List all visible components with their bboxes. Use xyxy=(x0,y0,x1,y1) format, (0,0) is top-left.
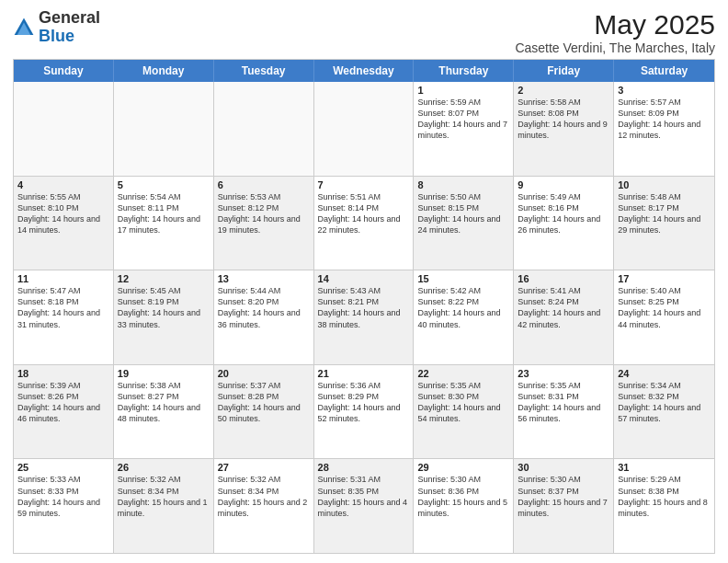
calendar-cell: 18Sunrise: 5:39 AM Sunset: 8:26 PM Dayli… xyxy=(14,365,114,459)
calendar-cell xyxy=(314,82,415,176)
cell-text: Sunrise: 5:38 AM Sunset: 8:27 PM Dayligh… xyxy=(118,380,210,425)
cell-text: Sunrise: 5:44 AM Sunset: 8:20 PM Dayligh… xyxy=(218,285,310,330)
calendar-cell: 21Sunrise: 5:36 AM Sunset: 8:29 PM Dayli… xyxy=(314,365,415,459)
cell-text: Sunrise: 5:45 AM Sunset: 8:19 PM Dayligh… xyxy=(118,285,210,330)
calendar-header-day: Friday xyxy=(514,60,614,82)
day-number: 9 xyxy=(518,179,609,190)
day-number: 28 xyxy=(318,462,410,473)
calendar-cell: 2Sunrise: 5:58 AM Sunset: 8:08 PM Daylig… xyxy=(514,82,614,176)
calendar-cell: 29Sunrise: 5:30 AM Sunset: 8:36 PM Dayli… xyxy=(414,459,514,553)
calendar-cell: 6Sunrise: 5:53 AM Sunset: 8:12 PM Daylig… xyxy=(214,177,314,270)
day-number: 23 xyxy=(518,368,609,379)
day-number: 15 xyxy=(417,273,509,284)
calendar-cell: 11Sunrise: 5:47 AM Sunset: 8:18 PM Dayli… xyxy=(14,270,114,364)
day-number: 20 xyxy=(218,368,310,379)
calendar-cell: 5Sunrise: 5:54 AM Sunset: 8:11 PM Daylig… xyxy=(114,177,214,270)
day-number: 10 xyxy=(618,179,711,190)
calendar-cell: 17Sunrise: 5:40 AM Sunset: 8:25 PM Dayli… xyxy=(614,270,714,364)
calendar-cell: 30Sunrise: 5:30 AM Sunset: 8:37 PM Dayli… xyxy=(514,459,614,553)
day-number: 8 xyxy=(417,179,509,190)
calendar-row: 18Sunrise: 5:39 AM Sunset: 8:26 PM Dayli… xyxy=(14,365,714,460)
day-number: 12 xyxy=(118,273,210,284)
logo-blue-text: Blue xyxy=(39,27,74,45)
calendar-row: 11Sunrise: 5:47 AM Sunset: 8:18 PM Dayli… xyxy=(14,270,714,365)
calendar-cell: 1Sunrise: 5:59 AM Sunset: 8:07 PM Daylig… xyxy=(414,82,514,176)
calendar-cell: 24Sunrise: 5:34 AM Sunset: 8:32 PM Dayli… xyxy=(614,365,714,459)
calendar-row: 25Sunrise: 5:33 AM Sunset: 8:33 PM Dayli… xyxy=(14,459,714,553)
calendar-cell: 28Sunrise: 5:31 AM Sunset: 8:35 PM Dayli… xyxy=(314,459,415,553)
cell-text: Sunrise: 5:34 AM Sunset: 8:32 PM Dayligh… xyxy=(618,380,711,425)
calendar-cell xyxy=(214,82,314,176)
cell-text: Sunrise: 5:43 AM Sunset: 8:21 PM Dayligh… xyxy=(318,285,410,330)
cell-text: Sunrise: 5:41 AM Sunset: 8:24 PM Dayligh… xyxy=(518,285,609,330)
cell-text: Sunrise: 5:49 AM Sunset: 8:16 PM Dayligh… xyxy=(518,191,609,236)
cell-text: Sunrise: 5:40 AM Sunset: 8:25 PM Dayligh… xyxy=(618,285,711,330)
cell-text: Sunrise: 5:51 AM Sunset: 8:14 PM Dayligh… xyxy=(318,191,410,236)
cell-text: Sunrise: 5:58 AM Sunset: 8:08 PM Dayligh… xyxy=(518,97,609,142)
cell-text: Sunrise: 5:39 AM Sunset: 8:26 PM Dayligh… xyxy=(17,380,109,425)
header: General Blue May 2025 Casette Verdini, T… xyxy=(13,9,715,55)
calendar-cell xyxy=(14,82,114,176)
cell-text: Sunrise: 5:48 AM Sunset: 8:17 PM Dayligh… xyxy=(618,191,711,236)
calendar-header-day: Tuesday xyxy=(214,60,314,82)
day-number: 30 xyxy=(518,462,609,473)
cell-text: Sunrise: 5:36 AM Sunset: 8:29 PM Dayligh… xyxy=(318,380,410,425)
calendar-header-row: SundayMondayTuesdayWednesdayThursdayFrid… xyxy=(14,60,714,82)
logo-general-text: General xyxy=(39,8,100,27)
logo: General Blue xyxy=(13,9,100,46)
calendar-cell: 20Sunrise: 5:37 AM Sunset: 8:28 PM Dayli… xyxy=(214,365,314,459)
day-number: 26 xyxy=(118,462,210,473)
cell-text: Sunrise: 5:30 AM Sunset: 8:37 PM Dayligh… xyxy=(518,474,609,519)
calendar-header-day: Thursday xyxy=(414,60,514,82)
calendar-cell: 15Sunrise: 5:42 AM Sunset: 8:22 PM Dayli… xyxy=(414,270,514,364)
calendar: SundayMondayTuesdayWednesdayThursdayFrid… xyxy=(13,59,715,554)
day-number: 3 xyxy=(618,85,711,96)
calendar-header-day: Monday xyxy=(114,60,214,82)
calendar-cell: 7Sunrise: 5:51 AM Sunset: 8:14 PM Daylig… xyxy=(314,177,415,270)
day-number: 25 xyxy=(17,462,109,473)
day-number: 17 xyxy=(618,273,711,284)
day-number: 1 xyxy=(417,85,509,96)
page: General Blue May 2025 Casette Verdini, T… xyxy=(0,0,728,563)
cell-text: Sunrise: 5:55 AM Sunset: 8:10 PM Dayligh… xyxy=(17,191,109,236)
day-number: 22 xyxy=(417,368,509,379)
logo-text: General Blue xyxy=(39,9,100,46)
calendar-cell: 16Sunrise: 5:41 AM Sunset: 8:24 PM Dayli… xyxy=(514,270,614,364)
cell-text: Sunrise: 5:59 AM Sunset: 8:07 PM Dayligh… xyxy=(417,97,509,142)
calendar-cell: 10Sunrise: 5:48 AM Sunset: 8:17 PM Dayli… xyxy=(614,177,714,270)
calendar-cell: 3Sunrise: 5:57 AM Sunset: 8:09 PM Daylig… xyxy=(614,82,714,176)
cell-text: Sunrise: 5:47 AM Sunset: 8:18 PM Dayligh… xyxy=(17,285,109,330)
calendar-cell xyxy=(114,82,214,176)
calendar-cell: 9Sunrise: 5:49 AM Sunset: 8:16 PM Daylig… xyxy=(514,177,614,270)
calendar-body: 1Sunrise: 5:59 AM Sunset: 8:07 PM Daylig… xyxy=(14,82,714,553)
cell-text: Sunrise: 5:37 AM Sunset: 8:28 PM Dayligh… xyxy=(218,380,310,425)
day-number: 4 xyxy=(17,179,109,190)
calendar-cell: 14Sunrise: 5:43 AM Sunset: 8:21 PM Dayli… xyxy=(314,270,415,364)
day-number: 5 xyxy=(118,179,210,190)
cell-text: Sunrise: 5:29 AM Sunset: 8:38 PM Dayligh… xyxy=(618,474,711,519)
cell-text: Sunrise: 5:32 AM Sunset: 8:34 PM Dayligh… xyxy=(218,474,310,519)
calendar-cell: 8Sunrise: 5:50 AM Sunset: 8:15 PM Daylig… xyxy=(414,177,514,270)
calendar-cell: 12Sunrise: 5:45 AM Sunset: 8:19 PM Dayli… xyxy=(114,270,214,364)
day-number: 21 xyxy=(318,368,410,379)
calendar-cell: 31Sunrise: 5:29 AM Sunset: 8:38 PM Dayli… xyxy=(614,459,714,553)
day-number: 18 xyxy=(17,368,109,379)
calendar-cell: 27Sunrise: 5:32 AM Sunset: 8:34 PM Dayli… xyxy=(214,459,314,553)
day-number: 29 xyxy=(417,462,509,473)
calendar-cell: 25Sunrise: 5:33 AM Sunset: 8:33 PM Dayli… xyxy=(14,459,114,553)
cell-text: Sunrise: 5:42 AM Sunset: 8:22 PM Dayligh… xyxy=(417,285,509,330)
title-area: May 2025 Casette Verdini, The Marches, I… xyxy=(515,9,715,55)
subtitle: Casette Verdini, The Marches, Italy xyxy=(515,40,715,55)
cell-text: Sunrise: 5:35 AM Sunset: 8:30 PM Dayligh… xyxy=(417,380,509,425)
calendar-header-day: Sunday xyxy=(14,60,114,82)
main-title: May 2025 xyxy=(515,9,715,40)
day-number: 2 xyxy=(518,85,609,96)
cell-text: Sunrise: 5:33 AM Sunset: 8:33 PM Dayligh… xyxy=(17,474,109,519)
calendar-row: 1Sunrise: 5:59 AM Sunset: 8:07 PM Daylig… xyxy=(14,82,714,177)
day-number: 14 xyxy=(318,273,410,284)
calendar-cell: 4Sunrise: 5:55 AM Sunset: 8:10 PM Daylig… xyxy=(14,177,114,270)
calendar-header-day: Wednesday xyxy=(314,60,415,82)
calendar-cell: 23Sunrise: 5:35 AM Sunset: 8:31 PM Dayli… xyxy=(514,365,614,459)
day-number: 27 xyxy=(218,462,310,473)
calendar-cell: 22Sunrise: 5:35 AM Sunset: 8:30 PM Dayli… xyxy=(414,365,514,459)
